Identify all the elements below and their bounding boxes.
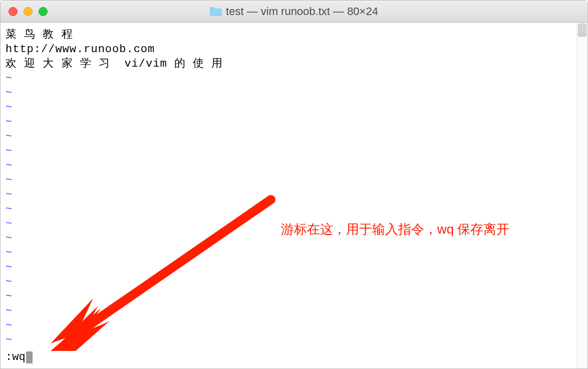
window-titlebar: test — vim runoob.txt — 80×24 bbox=[1, 1, 587, 23]
annotation-text: 游标在这，用于输入指令，wq 保存离开 bbox=[281, 222, 509, 237]
tilde-line: ~ bbox=[6, 260, 573, 275]
window-title-wrap: test — vim runoob.txt — 80×24 bbox=[1, 5, 587, 18]
tilde-line: ~ bbox=[6, 188, 573, 202]
tilde-line: ~ bbox=[6, 304, 573, 318]
file-line: 欢 迎 大 家 学 习 vi/vim 的 使 用 bbox=[6, 57, 573, 71]
command-text: :wq bbox=[6, 350, 26, 364]
maximize-button[interactable] bbox=[39, 7, 48, 16]
tilde-line: ~ bbox=[6, 71, 573, 86]
scrollbar-track[interactable] bbox=[576, 23, 587, 368]
window-title: test — vim runoob.txt — 80×24 bbox=[226, 5, 378, 18]
tilde-line: ~ bbox=[6, 333, 573, 347]
tilde-line: ~ bbox=[6, 246, 573, 260]
file-content: 菜 鸟 教 程 http://www.runoob.com 欢 迎 大 家 学 … bbox=[6, 28, 573, 71]
command-line[interactable]: :wq bbox=[6, 350, 573, 366]
tilde-line: ~ bbox=[6, 86, 573, 100]
tilde-line: ~ bbox=[6, 129, 573, 144]
minimize-button[interactable] bbox=[24, 7, 33, 16]
tilde-line: ~ bbox=[6, 144, 573, 158]
folder-icon bbox=[210, 7, 222, 16]
scrollbar-thumb[interactable] bbox=[578, 24, 586, 37]
tilde-line: ~ bbox=[6, 202, 573, 217]
tilde-line: ~ bbox=[6, 173, 573, 188]
tilde-line: ~ bbox=[6, 289, 573, 304]
file-line: 菜 鸟 教 程 bbox=[6, 28, 573, 42]
terminal-body: 菜 鸟 教 程 http://www.runoob.com 欢 迎 大 家 学 … bbox=[1, 23, 587, 368]
tilde-line: ~ bbox=[6, 275, 573, 289]
tilde-line: ~ bbox=[6, 100, 573, 115]
empty-lines: ~~~~~~~~~~~~~~~~~~~ bbox=[6, 71, 573, 350]
cursor bbox=[26, 351, 33, 363]
terminal-window: test — vim runoob.txt — 80×24 菜 鸟 教 程 ht… bbox=[0, 0, 588, 369]
tilde-line: ~ bbox=[6, 318, 573, 333]
file-line: http://www.runoob.com bbox=[6, 42, 573, 57]
tilde-line: ~ bbox=[6, 115, 573, 129]
traffic-lights bbox=[9, 7, 48, 16]
close-button[interactable] bbox=[9, 7, 18, 16]
terminal-content[interactable]: 菜 鸟 教 程 http://www.runoob.com 欢 迎 大 家 学 … bbox=[1, 23, 576, 368]
tilde-line: ~ bbox=[6, 158, 573, 173]
